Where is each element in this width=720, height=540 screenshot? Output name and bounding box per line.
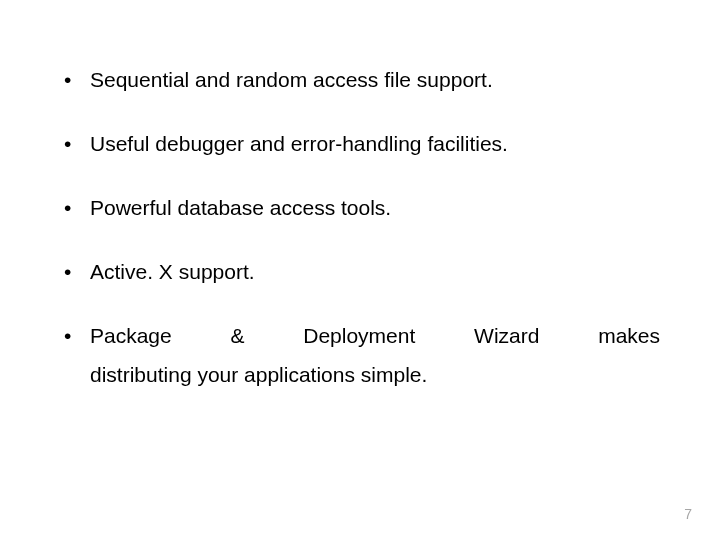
page-number: 7 [684, 506, 692, 522]
list-item: Powerful database access tools. [60, 188, 660, 228]
bullet-list: Sequential and random access file suppor… [60, 60, 660, 395]
bullet-text: Powerful database access tools. [90, 196, 391, 219]
list-item: Sequential and random access file suppor… [60, 60, 660, 100]
bullet-text: Active. X support. [90, 260, 255, 283]
list-item: Active. X support. [60, 252, 660, 292]
bullet-text-line1: Package & Deployment Wizard makes [90, 316, 660, 356]
bullet-text-line2: distributing your applications simple. [90, 355, 660, 395]
slide: Sequential and random access file suppor… [0, 0, 720, 540]
bullet-text: Sequential and random access file suppor… [90, 68, 493, 91]
list-item: Package & Deployment Wizard makes distri… [60, 316, 660, 396]
bullet-text: Useful debugger and error-handling facil… [90, 132, 508, 155]
list-item: Useful debugger and error-handling facil… [60, 124, 660, 164]
